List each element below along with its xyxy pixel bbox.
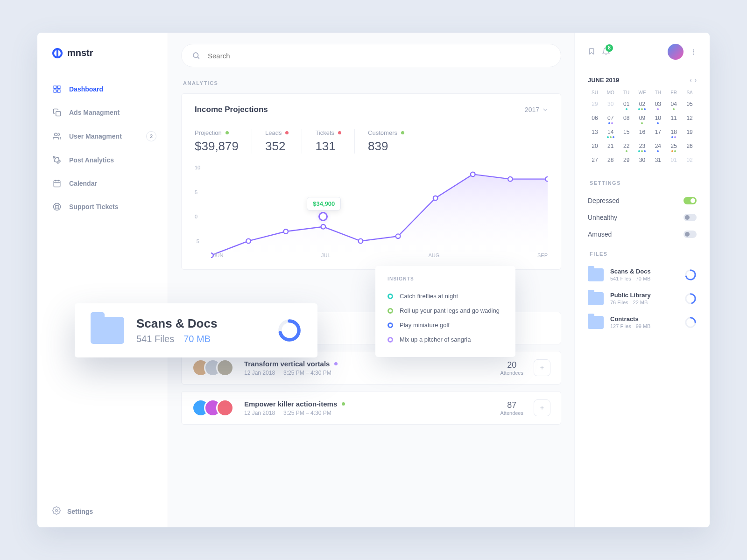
svg-point-16 bbox=[56, 510, 58, 512]
sidebar-item-dashboard[interactable]: Dashboard bbox=[52, 84, 168, 94]
cal-day[interactable]: 29 bbox=[588, 99, 602, 111]
chart-marker bbox=[315, 208, 331, 225]
add-button[interactable]: ＋ bbox=[534, 399, 550, 416]
brand-logo[interactable]: mnstr bbox=[52, 48, 168, 58]
gear-icon bbox=[52, 506, 61, 516]
svg-rect-0 bbox=[54, 86, 56, 88]
user-avatar[interactable] bbox=[668, 44, 684, 60]
cal-day[interactable]: 29 bbox=[620, 155, 634, 167]
cal-day[interactable]: 17 bbox=[651, 127, 665, 139]
setting-label: Amused bbox=[588, 231, 612, 238]
cal-day[interactable]: 27 bbox=[588, 155, 602, 167]
users-icon bbox=[52, 132, 62, 141]
cal-day[interactable]: 02 bbox=[635, 99, 649, 111]
cal-day[interactable]: 11 bbox=[667, 113, 681, 125]
more-icon[interactable]: ⋮ bbox=[690, 48, 697, 56]
svg-point-24 bbox=[396, 234, 401, 238]
avatar bbox=[216, 399, 234, 417]
cal-day[interactable]: 18 bbox=[667, 127, 681, 139]
file-row[interactable]: Contracts127 Files99 MB bbox=[588, 315, 697, 329]
cal-day[interactable]: 19 bbox=[683, 127, 697, 139]
calendar-icon bbox=[52, 179, 62, 188]
cal-day[interactable]: 31 bbox=[651, 155, 665, 167]
insight-item[interactable]: Catch fireflies at night bbox=[388, 289, 503, 303]
cal-day[interactable]: 12 bbox=[683, 113, 697, 125]
insights-label: INSIGNTS bbox=[388, 276, 503, 281]
cal-day[interactable]: 25 bbox=[667, 141, 681, 153]
cal-day[interactable]: 08 bbox=[620, 113, 634, 125]
cal-day[interactable]: 01 bbox=[667, 155, 681, 167]
file-row[interactable]: Scans & Docs541 Files70 MB bbox=[588, 268, 697, 281]
svg-rect-4 bbox=[56, 112, 61, 116]
sidebar-item-calendar[interactable]: Calendar bbox=[52, 179, 168, 188]
svg-point-20 bbox=[246, 239, 251, 244]
bell-icon[interactable]: 8 bbox=[602, 47, 610, 57]
search-input[interactable] bbox=[208, 52, 550, 60]
svg-point-21 bbox=[283, 229, 288, 234]
svg-rect-6 bbox=[54, 181, 60, 187]
progress-ring-icon bbox=[684, 269, 697, 281]
cal-day[interactable]: 16 bbox=[635, 127, 649, 139]
detail-title: Scans & Docs bbox=[136, 316, 217, 331]
cal-day[interactable]: 21 bbox=[604, 141, 618, 153]
cal-day[interactable]: 22 bbox=[620, 141, 634, 153]
cal-day[interactable]: 28 bbox=[604, 155, 618, 167]
cal-day[interactable]: 24 bbox=[651, 141, 665, 153]
calendar-month: JUNE 2019 bbox=[588, 77, 619, 84]
sidebar-item-user-managment[interactable]: User Managment2 bbox=[52, 131, 168, 141]
cal-day[interactable]: 30 bbox=[635, 155, 649, 167]
cal-day[interactable]: 07 bbox=[604, 113, 618, 125]
cal-day[interactable]: 20 bbox=[588, 141, 602, 153]
event-row[interactable]: Empower killer action-items 12 Jan 20183… bbox=[181, 391, 561, 425]
avatar bbox=[216, 359, 234, 377]
cal-prev-icon[interactable]: ‹ bbox=[690, 77, 691, 84]
search-bar[interactable] bbox=[181, 44, 561, 67]
cal-day[interactable]: 15 bbox=[620, 127, 634, 139]
toggle[interactable] bbox=[684, 197, 697, 204]
cal-day[interactable]: 06 bbox=[588, 113, 602, 125]
cal-day[interactable]: 04 bbox=[667, 99, 681, 111]
sidebar-item-ads-managment[interactable]: Ads Managment bbox=[52, 108, 168, 117]
cal-day[interactable]: 02 bbox=[683, 155, 697, 167]
sidebar-item-support-tickets[interactable]: Support Tickets bbox=[52, 202, 168, 211]
svg-point-22 bbox=[321, 224, 326, 229]
insight-item[interactable]: Mix up a pitcher of sangria bbox=[388, 332, 503, 347]
grid-icon bbox=[52, 84, 62, 94]
setting-label: Depressed bbox=[588, 197, 620, 204]
file-detail-popover: Scans & Docs 541 Files 70 MB bbox=[75, 303, 317, 357]
svg-point-23 bbox=[359, 239, 363, 244]
insight-item[interactable]: Play miniature golf bbox=[388, 318, 503, 332]
cal-day[interactable]: 05 bbox=[683, 99, 697, 111]
detail-files: 541 Files bbox=[136, 334, 174, 344]
cal-day[interactable]: 01 bbox=[620, 99, 634, 111]
cal-day[interactable]: 30 bbox=[604, 99, 618, 111]
cal-day[interactable]: 09 bbox=[635, 113, 649, 125]
svg-point-25 bbox=[433, 196, 438, 201]
svg-line-12 bbox=[55, 204, 56, 206]
svg-line-13 bbox=[58, 208, 59, 209]
cal-day[interactable]: 13 bbox=[588, 127, 602, 139]
year-select[interactable]: 2017 bbox=[525, 106, 548, 113]
insights-popover: INSIGNTS Catch fireflies at nightRoll up… bbox=[375, 266, 515, 357]
cal-day[interactable]: 10 bbox=[651, 113, 665, 125]
sidebar-settings[interactable]: Settings bbox=[52, 506, 168, 516]
svg-point-26 bbox=[471, 172, 475, 177]
cal-day[interactable]: 03 bbox=[651, 99, 665, 111]
dot-icon bbox=[388, 322, 393, 328]
toggle[interactable] bbox=[684, 214, 697, 221]
cal-day[interactable]: 14 bbox=[604, 127, 618, 139]
folder-icon bbox=[588, 316, 604, 329]
brand-name: mnstr bbox=[67, 48, 93, 58]
sidebar-item-post-analytics[interactable]: Post Analytics bbox=[52, 155, 168, 165]
bookmark-icon[interactable] bbox=[588, 47, 595, 57]
progress-ring-icon bbox=[277, 318, 302, 343]
cal-day[interactable]: 23 bbox=[635, 141, 649, 153]
cal-day[interactable]: 26 bbox=[683, 141, 697, 153]
cal-next-icon[interactable]: › bbox=[695, 77, 697, 84]
folder-icon bbox=[588, 292, 604, 305]
file-row[interactable]: Public Library76 Files22 MB bbox=[588, 292, 697, 305]
add-button[interactable]: ＋ bbox=[534, 359, 550, 376]
dot-icon bbox=[388, 308, 393, 314]
toggle[interactable] bbox=[684, 231, 697, 238]
insight-item[interactable]: Roll up your pant legs and go wading bbox=[388, 303, 503, 318]
